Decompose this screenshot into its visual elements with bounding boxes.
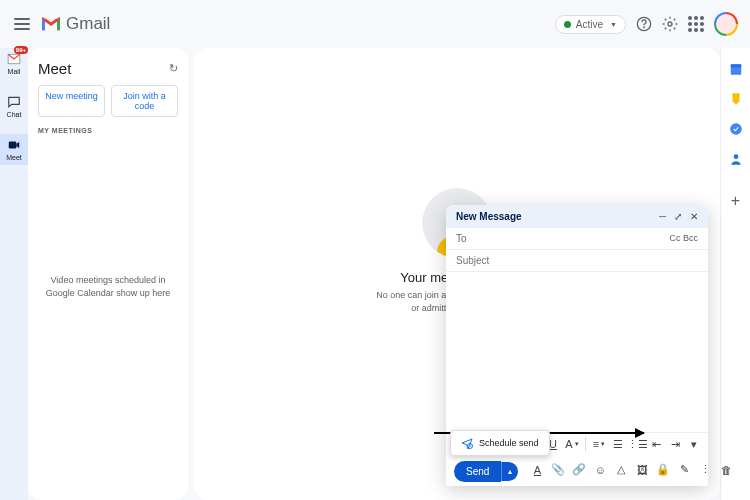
subject-row[interactable]	[446, 250, 708, 272]
drive-icon[interactable]: △	[615, 464, 627, 476]
settings-icon[interactable]	[662, 16, 678, 32]
calendar-icon[interactable]	[729, 62, 743, 76]
rail-meet[interactable]: Meet	[0, 134, 28, 165]
account-avatar[interactable]	[714, 12, 738, 36]
svg-point-7	[733, 154, 738, 159]
more-icon[interactable]: ⋮	[699, 464, 711, 476]
header-left: Gmail	[12, 14, 110, 34]
nav-rail: 99+ Mail Chat Meet	[0, 48, 28, 500]
empty-line2: Google Calendar show up here	[38, 287, 178, 300]
unread-badge: 99+	[14, 46, 28, 54]
indent-more-icon[interactable]: ⇥	[669, 438, 681, 450]
compose-title: New Message	[456, 211, 522, 222]
formatting-icon[interactable]: A	[531, 464, 543, 476]
bullet-list-icon[interactable]: ⋮☰	[631, 438, 643, 450]
side-panel: +	[720, 48, 750, 500]
svg-point-2	[668, 22, 672, 26]
main-menu-icon[interactable]	[12, 14, 32, 34]
send-button-group: Send ▴	[454, 461, 518, 482]
schedule-send-menu[interactable]: Schedule send	[450, 430, 550, 456]
keep-icon[interactable]	[729, 92, 743, 106]
text-color-icon[interactable]: A▾	[566, 438, 578, 450]
attach-icon[interactable]: 📎	[552, 464, 564, 476]
status-label: Active	[576, 19, 603, 30]
status-dot-icon	[564, 21, 571, 28]
signature-icon[interactable]: ✎	[678, 464, 690, 476]
app-header: Gmail Active ▼	[0, 0, 750, 48]
rail-chat-label: Chat	[7, 111, 22, 118]
rail-chat[interactable]: Chat	[0, 91, 28, 122]
compose-body[interactable]	[446, 272, 708, 432]
compose-toolbar: Schedule send ᴛT▾ B I U A▾ ≡▾ ☰ ⋮☰ ⇤ ⇥ ▾…	[446, 432, 708, 486]
svg-point-6	[730, 123, 742, 135]
meet-empty-state: Video meetings scheduled in Google Calen…	[38, 274, 178, 299]
discard-icon[interactable]: 🗑	[720, 464, 732, 476]
attach-row: A 📎 🔗 ☺ △ 🖼 🔒 ✎ ⋮ 🗑	[531, 464, 732, 476]
to-label: To	[456, 233, 467, 244]
apps-icon[interactable]	[688, 16, 704, 32]
image-icon[interactable]: 🖼	[636, 464, 648, 476]
schedule-label: Schedule send	[479, 438, 539, 448]
chat-icon	[7, 95, 21, 109]
link-icon[interactable]: 🔗	[573, 464, 585, 476]
join-code-button[interactable]: Join with a code	[111, 85, 178, 117]
my-meetings-label: MY MEETINGS	[38, 127, 178, 134]
send-row: Send ▴ A 📎 🔗 ☺ △ 🖼 🔒 ✎ ⋮ 🗑	[454, 457, 700, 482]
help-icon[interactable]	[636, 16, 652, 32]
app-name: Gmail	[66, 14, 110, 34]
chevron-down-icon: ▼	[610, 21, 617, 28]
gmail-logo[interactable]: Gmail	[40, 14, 110, 34]
divider	[585, 437, 586, 451]
header-right: Active ▼	[555, 12, 738, 36]
indent-less-icon[interactable]: ⇤	[650, 438, 662, 450]
contacts-icon[interactable]	[729, 152, 743, 166]
compose-header[interactable]: New Message ─ ⤢ ✕	[446, 205, 708, 228]
confidential-icon[interactable]: 🔒	[657, 464, 669, 476]
new-meeting-button[interactable]: New meeting	[38, 85, 105, 117]
compose-controls: ─ ⤢ ✕	[659, 212, 698, 222]
rail-meet-label: Meet	[6, 154, 22, 161]
svg-rect-5	[730, 64, 741, 67]
expand-icon[interactable]: ⤢	[674, 212, 682, 222]
status-pill[interactable]: Active ▼	[555, 15, 626, 34]
close-icon[interactable]: ✕	[690, 212, 698, 222]
rail-mail-label: Mail	[8, 68, 21, 75]
emoji-icon[interactable]: ☺	[594, 464, 606, 476]
meet-panel: Meet ↻ New meeting Join with a code MY M…	[28, 48, 188, 500]
meet-header: Meet ↻	[38, 60, 178, 77]
more-format-icon[interactable]: ▾	[688, 438, 700, 450]
send-options-button[interactable]: ▴	[501, 462, 518, 481]
refresh-icon[interactable]: ↻	[169, 62, 178, 75]
schedule-icon	[461, 437, 473, 449]
meet-title: Meet	[38, 60, 71, 77]
align-icon[interactable]: ≡▾	[593, 438, 605, 450]
add-icon[interactable]: +	[731, 192, 740, 210]
numbered-list-icon[interactable]: ☰	[612, 438, 624, 450]
rail-mail[interactable]: 99+ Mail	[0, 48, 28, 79]
send-button[interactable]: Send	[454, 461, 501, 482]
cc-bcc[interactable]: Cc Bcc	[669, 233, 698, 244]
to-row[interactable]: To Cc Bcc	[446, 228, 708, 250]
tasks-icon[interactable]	[729, 122, 743, 136]
subject-input[interactable]	[456, 255, 698, 266]
mail-icon	[7, 52, 21, 66]
svg-rect-3	[9, 142, 17, 149]
meet-buttons: New meeting Join with a code	[38, 85, 178, 117]
empty-line1: Video meetings scheduled in	[38, 274, 178, 287]
minimize-icon[interactable]: ─	[659, 212, 666, 222]
compose-window: New Message ─ ⤢ ✕ To Cc Bcc Schedule sen…	[446, 205, 708, 486]
svg-point-1	[644, 27, 645, 28]
meet-icon	[7, 138, 21, 152]
